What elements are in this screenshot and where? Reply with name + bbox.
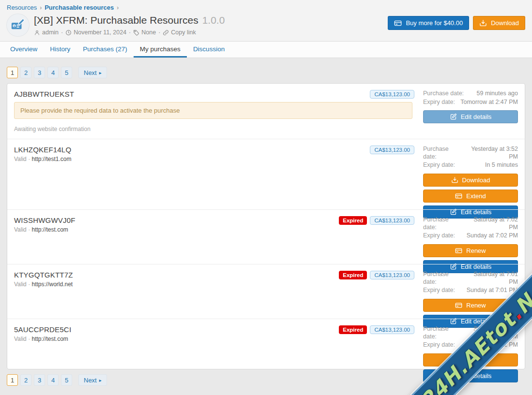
valid-label: Valid	[14, 281, 27, 288]
tags-item: None	[133, 29, 156, 36]
page-button-4[interactable]: 4	[47, 374, 59, 386]
purchase-code: LKHZQKEF14LQ	[14, 146, 412, 154]
page-button-2[interactable]: 2	[20, 374, 31, 386]
meta-separator: ·	[129, 29, 131, 36]
date-item: November 11, 2024	[65, 29, 126, 36]
next-page-button[interactable]: Next▸	[78, 67, 107, 78]
pagination-top: 1 2 3 4 5 Next▸	[7, 67, 525, 78]
page-button-3[interactable]: 3	[34, 67, 45, 78]
meta-separator: ·	[61, 29, 63, 36]
purchase-date-value: Yesterday at 3:52 PM	[462, 146, 518, 161]
purchase-code: AJBBWTRUEKST	[14, 90, 412, 98]
page-button-5[interactable]: 5	[61, 374, 72, 386]
link-icon	[163, 29, 169, 36]
page-button-5[interactable]: 5	[61, 67, 72, 78]
dot-separator: ·	[28, 226, 30, 233]
tag-icon	[133, 29, 139, 36]
purchase-date-value: Saturday at 7:01 PM	[463, 271, 518, 286]
page-button-1[interactable]: 1	[7, 374, 18, 386]
tab-my-purchases[interactable]: My purchases	[134, 42, 187, 58]
purchase-row: AJBBWTRUEKST Please provide the required…	[7, 84, 525, 139]
edit-details-button[interactable]: Edit details	[423, 110, 518, 123]
date-info: Purchase date:59 minutes ago Expiry date…	[423, 90, 518, 106]
price-badge: CA$13,123.00	[370, 216, 414, 225]
purchase-row: WISSHWGWVJ0F Valid · http://test.com Exp…	[7, 209, 525, 264]
download-icon	[479, 19, 487, 27]
person-icon	[34, 29, 40, 36]
download-purchase-button[interactable]: Download	[423, 174, 518, 187]
expired-badge: Expired	[339, 325, 367, 334]
credit-card-icon	[394, 19, 402, 27]
renew-button[interactable]: Renew	[423, 244, 518, 257]
buy-more-label: Buy more for $40.00	[406, 19, 463, 27]
valid-url: http://test.com	[31, 226, 68, 233]
purchase-date-value: Saturday at 7:02 PM	[463, 216, 518, 231]
money-check-pen-icon: $	[11, 18, 25, 32]
resource-date: November 11, 2024	[74, 29, 126, 36]
dot-separator: ·	[28, 336, 30, 342]
download-button[interactable]: Download	[473, 16, 525, 30]
expiry-date-label: Expiry date:	[423, 99, 455, 106]
renew-label: Renew	[466, 247, 486, 254]
download-purchase-label: Download	[462, 176, 490, 184]
date-info: Purchase date:Yesterday at 3:52 PM Expir…	[423, 146, 518, 169]
download-icon	[451, 176, 458, 184]
breadcrumb-chevron: ›	[40, 4, 42, 11]
edit-details-label: Edit details	[461, 113, 492, 120]
content-area: 1 2 3 4 5 Next▸ AJBBWTRUEKST Please prov…	[0, 58, 532, 386]
tags-value: None	[141, 29, 156, 36]
valid-url: https://world.net	[31, 281, 73, 288]
page-button-1[interactable]: 1	[7, 67, 18, 78]
expiry-date-value: Sunday at 7:01 PM	[467, 287, 518, 294]
meta-separator: ·	[158, 29, 160, 36]
page-button-3[interactable]: 3	[34, 374, 45, 386]
renew-label: Renew	[466, 302, 486, 309]
valid-label: Valid	[14, 226, 27, 233]
valid-line: Valid · http://test1.com	[14, 156, 412, 162]
resource-meta: admin · November 11, 2024 · None · Copy …	[34, 29, 388, 36]
next-arrow-icon: ▸	[99, 378, 102, 383]
valid-label: Valid	[14, 156, 27, 162]
valid-url: http://test.com	[31, 336, 68, 342]
next-arrow-icon: ▸	[99, 70, 102, 75]
clock-icon	[65, 29, 72, 36]
next-page-button[interactable]: Next▸	[78, 374, 107, 386]
tab-overview[interactable]: Overview	[4, 42, 44, 58]
author-item[interactable]: admin	[34, 29, 59, 36]
next-label: Next	[84, 377, 97, 384]
page-title: [XB] XFRM: Purchasable Resources1.0.0	[34, 14, 388, 27]
dot-separator: ·	[28, 156, 30, 162]
resource-version: 1.0.0	[202, 15, 225, 26]
breadcrumb-resources[interactable]: Resources	[7, 4, 37, 11]
breadcrumb-purchasable-resources[interactable]: Purchasable resources	[45, 4, 114, 11]
purchase-date-label: Purchase date:	[423, 325, 463, 340]
buy-more-button[interactable]: Buy more for $40.00	[388, 16, 469, 30]
credit-card-icon	[455, 302, 462, 309]
purchases-panel: AJBBWTRUEKST Please provide the required…	[7, 83, 525, 369]
price-badge: CA$13,123.00	[370, 146, 414, 154]
copy-link-label[interactable]: Copy link	[171, 29, 196, 36]
author-name[interactable]: admin	[42, 29, 59, 36]
tab-purchases[interactable]: Purchases (27)	[76, 42, 134, 58]
header-actions: Buy more for $40.00 Download	[388, 16, 525, 30]
dot-separator: ·	[28, 281, 30, 288]
page-button-4[interactable]: 4	[47, 67, 59, 78]
expiry-date-value: Tomorrow at 2:47 PM	[460, 99, 518, 106]
credit-card-icon	[455, 192, 462, 200]
extend-button[interactable]: Extend	[423, 190, 518, 203]
purchase-date-label: Purchase date:	[423, 146, 462, 161]
tab-history[interactable]: History	[44, 42, 76, 58]
svg-text:$: $	[14, 25, 15, 28]
purchase-row: KTYGQTGKTT7Z Valid · https://world.net E…	[7, 264, 525, 319]
valid-label: Valid	[14, 336, 27, 342]
page-button-2[interactable]: 2	[20, 67, 31, 78]
resource-title-text: [XB] XFRM: Purchasable Resources	[34, 15, 198, 26]
activation-warning: Please provide the required data to acti…	[14, 102, 412, 119]
credit-card-icon	[455, 247, 462, 254]
copy-link-item[interactable]: Copy link	[163, 29, 196, 36]
awaiting-confirmation-note: Awaiting website confirmation	[14, 126, 412, 132]
page-header: Resources›Purchasable resources› $ [XB] …	[0, 0, 532, 41]
expiry-date-label: Expiry date:	[423, 232, 455, 240]
expiry-date-label: Expiry date:	[423, 341, 455, 349]
tab-discussion[interactable]: Discussion	[187, 42, 231, 58]
